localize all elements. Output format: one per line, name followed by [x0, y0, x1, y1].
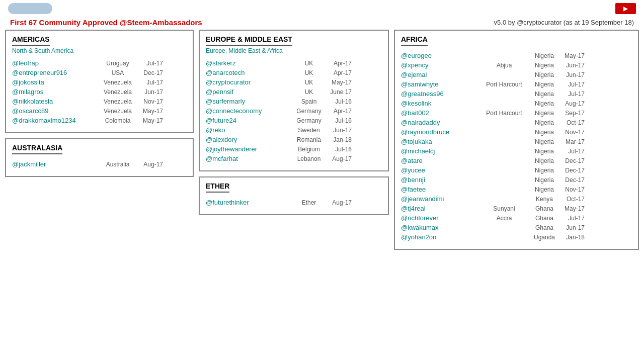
americas-ambassadors: @leotrapUruguayJul-17@entrepreneur916USA… [12, 58, 187, 125]
ambassador-row: @kesolinkNigeriaAug-17 [401, 99, 632, 108]
amb-name: @kwakumax [401, 224, 479, 231]
australasia-title: AUSTRALASIA [12, 144, 62, 154]
amb-name: @raymondbruce [401, 128, 479, 136]
amb-date: Jul-17 [138, 60, 163, 67]
ambassador-row: @samiwhytePort HarcourtNigeriaJul-17 [401, 79, 632, 89]
amb-date: Jul-16 [327, 146, 352, 153]
ambassador-row: @jokossitaVenezuelaJul-17 [12, 77, 187, 87]
amb-date: May-17 [559, 205, 585, 212]
page-title: First 67 Community Approved @Steem-Ambas… [10, 18, 202, 27]
ambassador-row: @jackmillerAustraliaAug-17 [12, 159, 187, 169]
amb-country: Nigeria [529, 157, 559, 164]
americas-box: AMERICAS North & South America @leotrapU… [5, 30, 194, 133]
ambassador-row: @cryptocuratorUKMay-17 [206, 77, 382, 87]
ambassador-row: @oscarcc89VenezuelaMay-17 [12, 106, 187, 116]
ambassador-row: @futurethinkerEtherAug-17 [206, 198, 382, 207]
amb-name: @yucee [401, 166, 479, 174]
amb-date: Aug-17 [327, 155, 352, 162]
amb-country: Germany [291, 108, 327, 115]
ambassador-row: @jeanwandimiKenyaOct-17 [401, 194, 632, 204]
amb-name: @bait002 [401, 109, 479, 117]
amb-date: Jun-17 [559, 71, 585, 78]
logo-oval [8, 3, 52, 14]
amb-name: @future24 [206, 117, 291, 124]
amb-date: Jun-17 [138, 88, 163, 96]
amb-country: Ghana [529, 215, 559, 222]
amb-country: UK [291, 79, 327, 86]
amb-date: June 17 [327, 88, 352, 96]
amb-country: Sweden [291, 127, 327, 134]
ambassador-row: @michaelcjNigeriaJul-17 [401, 146, 632, 156]
red-button[interactable]: ▶ [615, 3, 636, 14]
amb-country: Nigeria [529, 119, 559, 126]
amb-date: Jul-17 [559, 148, 585, 155]
amb-name: @anarcotech [206, 69, 291, 76]
amb-country: Nigeria [529, 148, 559, 155]
amb-name: @michaelcj [401, 147, 479, 155]
amb-country: Nigeria [529, 176, 559, 184]
ambassador-row: @ejemaiNigeriaJun-17 [401, 70, 632, 79]
ambassador-row: @drakkomaximo1234ColombiaMay-17 [12, 116, 187, 125]
amb-name: @richforever [401, 214, 479, 222]
ambassador-row: @nikkolateslaVenezuelaNov-17 [12, 97, 187, 106]
americas-title: AMERICAS [12, 35, 50, 46]
ambassador-row: @xpencyAbjuaNigeriaJun-17 [401, 60, 632, 70]
amb-date: Nov-17 [138, 98, 163, 105]
amb-city: Accra [479, 215, 529, 222]
amb-name: @kesolink [401, 100, 479, 107]
amb-name: @pennsif [206, 88, 291, 96]
amb-name: @tj4real [401, 205, 479, 212]
ambassador-row: @connecteconomyGermanyApr-17 [206, 106, 382, 116]
ambassador-row: @leotrapUruguayJul-17 [12, 58, 187, 68]
amb-country: Nigeria [529, 129, 559, 136]
europe-ambassadors: @starkerzUKApr-17@anarcotechUKApr-17@cry… [206, 58, 382, 163]
amb-date: Oct-17 [559, 119, 585, 126]
amb-date: Jul-16 [327, 117, 352, 124]
amb-country: Nigeria [529, 71, 559, 78]
ambassador-row: @starkerzUKApr-17 [206, 58, 382, 68]
amb-name: @faetee [401, 186, 479, 193]
ambassador-row: @faeteeNigeriaNov-17 [401, 185, 632, 194]
amb-city: Port Harcourt [479, 110, 529, 117]
amb-country: Nigeria [529, 52, 559, 59]
ambassador-row: @bait002Port HarcourtNigeriaSep-17 [401, 108, 632, 118]
australasia-box: AUSTRALASIA @jackmillerAustraliaAug-17 [5, 138, 194, 177]
amb-country: Belgium [291, 146, 327, 153]
ambassador-row: @yuceeNigeriaDec-17 [401, 165, 632, 175]
amb-name: @milagros [12, 88, 98, 96]
amb-name: @cryptocurator [206, 78, 291, 86]
africa-ambassadors: @eurogeeNigeriaMay-17@xpencyAbjuaNigeria… [401, 51, 632, 242]
amb-name: @drakkomaximo1234 [12, 117, 98, 124]
amb-name: @atare [401, 157, 479, 164]
amb-name: @ejemai [401, 71, 479, 78]
amb-name: @oscarcc89 [12, 107, 98, 115]
amb-country: Venezuela [98, 88, 138, 96]
amb-date: Nov-17 [559, 129, 585, 136]
amb-name: @samiwhyte [401, 80, 479, 88]
amb-country: Lebanon [291, 155, 327, 162]
ambassador-row: @richforeverAccraGhanaJul-17 [401, 213, 632, 223]
amb-name: @yohan2on [401, 233, 479, 241]
amb-name: @entrepreneur916 [12, 69, 98, 76]
europe-title: EUROPE & MIDDLE EAST [206, 35, 292, 46]
left-column: AMERICAS North & South America @leotrapU… [5, 30, 194, 250]
amb-date: Dec-17 [559, 176, 585, 184]
amb-name: @surfermarly [206, 98, 291, 105]
amb-date: Dec-17 [559, 157, 585, 164]
ambassador-row: @future24GermanyJul-16 [206, 116, 382, 125]
right-column: AFRICA @eurogeeNigeriaMay-17@xpencyAbjua… [394, 30, 639, 250]
amb-name: @greatness96 [401, 90, 479, 98]
amb-name: @nairadaddy [401, 119, 479, 126]
amb-date: Apr-17 [327, 60, 352, 67]
amb-date: Oct-17 [559, 196, 585, 203]
ether-ambassadors: @futurethinkerEtherAug-17 [206, 198, 382, 207]
ambassador-row: @raymondbruceNigeriaNov-17 [401, 127, 632, 137]
amb-date: Jun-17 [559, 224, 585, 231]
amb-country: UK [291, 60, 327, 67]
amb-country: USA [98, 69, 138, 76]
amb-country: Nigeria [529, 100, 559, 107]
ambassador-row: @anarcotechUKApr-17 [206, 68, 382, 77]
amb-date: Dec-17 [138, 69, 163, 76]
amb-date: Aug-17 [138, 161, 163, 168]
ambassador-row: @joythewandererBelgiumJul-16 [206, 144, 382, 154]
